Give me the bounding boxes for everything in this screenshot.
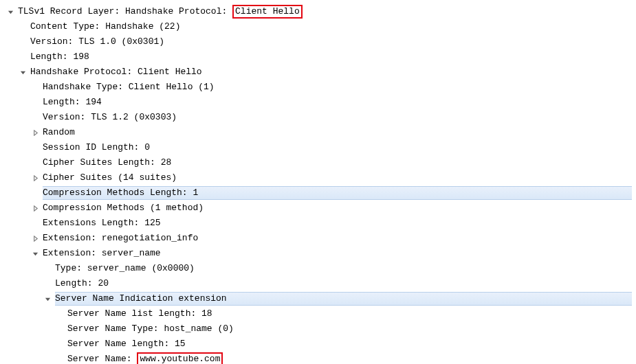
selected-row[interactable]: Compression Methods Length: 1: [43, 186, 632, 200]
highlight-box: www.youtube.com: [137, 352, 223, 364]
triangle-down-icon[interactable]: [6, 7, 15, 16]
tree-row-handshake-type[interactable]: Handshake Type: Client Hello (1): [0, 80, 636, 95]
tree-row-sni-server-name[interactable]: Server Name: www.youtube.com: [0, 352, 636, 364]
field-text: Compression Methods (1 method): [43, 201, 204, 216]
field-text: Server Name Type: host_name (0): [67, 321, 234, 337]
field-text: Session ID Length: 0: [43, 140, 150, 155]
field-text: Version: TLS 1.0 (0x0301): [30, 34, 164, 49]
field-text: Cipher Suites Length: 28: [43, 155, 171, 170]
field-text: Extensions Length: 125: [43, 216, 161, 231]
field-text: Cipher Suites (14 suites): [43, 170, 177, 185]
tree-row-compression-methods[interactable]: Compression Methods (1 method): [0, 201, 636, 216]
tree-row-sni-extension[interactable]: Server Name Indication extension: [0, 291, 636, 306]
tree-row-compression-methods-length[interactable]: Compression Methods Length: 1: [0, 185, 636, 201]
field-text: Extension: server_name: [43, 246, 161, 261]
svg-marker-1: [20, 71, 25, 74]
tree-row-record-layer[interactable]: TLSv1 Record Layer: Handshake Protocol: …: [0, 4, 636, 19]
field-text: Handshake Protocol: Client Hello: [30, 65, 202, 80]
tree-row-cipher-suites-length[interactable]: Cipher Suites Length: 28: [0, 155, 636, 170]
svg-marker-7: [45, 297, 50, 301]
field-text: Length: 198: [30, 49, 89, 65]
tree-row-random[interactable]: Random: [0, 125, 636, 140]
tree-row-sni-list-length[interactable]: Server Name list length: 18: [0, 306, 636, 321]
svg-marker-3: [34, 175, 37, 180]
svg-marker-6: [32, 252, 37, 255]
tree-row-ext-type[interactable]: Type: server_name (0x0000): [0, 261, 636, 276]
triangle-down-icon[interactable]: [18, 67, 28, 77]
field-text: Content Type: Handshake (22): [30, 19, 180, 34]
tree-row-handshake-protocol[interactable]: Handshake Protocol: Client Hello: [0, 65, 636, 80]
svg-marker-4: [34, 205, 37, 210]
field-label: Server Name:: [67, 352, 137, 364]
svg-marker-0: [8, 10, 12, 14]
triangle-right-icon[interactable]: [30, 128, 40, 137]
tree-row-sni-name-length[interactable]: Server Name length: 15: [0, 337, 636, 352]
tree-row-extension-server-name[interactable]: Extension: server_name: [0, 246, 636, 261]
highlight-box: Client Hello: [232, 5, 303, 19]
triangle-down-icon[interactable]: [43, 294, 52, 304]
triangle-down-icon[interactable]: [30, 249, 40, 258]
tree-row-extensions-length[interactable]: Extensions Length: 125: [0, 216, 636, 231]
field-text: Length: 20: [55, 276, 109, 291]
field-text: Server Name list length: 18: [67, 306, 212, 321]
tree-row-version[interactable]: Version: TLS 1.0 (0x0301): [0, 34, 636, 49]
tree-row-cipher-suites[interactable]: Cipher Suites (14 suites): [0, 170, 636, 185]
tree-row-hs-length[interactable]: Length: 194: [0, 95, 636, 110]
field-text: Version: TLS 1.2 (0x0303): [43, 110, 177, 125]
field-text: Length: 194: [43, 95, 102, 110]
field-label: TLSv1 Record Layer: Handshake Protocol:: [18, 4, 232, 19]
tree-row-hs-version[interactable]: Version: TLS 1.2 (0x0303): [0, 110, 636, 125]
tree-row-extension-renegotiation-info[interactable]: Extension: renegotiation_info: [0, 231, 636, 246]
tree-row-session-id-length[interactable]: Session ID Length: 0: [0, 140, 636, 155]
field-text: Type: server_name (0x0000): [55, 261, 195, 276]
svg-marker-2: [34, 130, 37, 135]
field-text: Handshake Type: Client Hello (1): [43, 80, 215, 95]
tree-row-sni-name-type[interactable]: Server Name Type: host_name (0): [0, 321, 636, 337]
triangle-right-icon[interactable]: [30, 203, 40, 213]
triangle-right-icon[interactable]: [30, 173, 40, 183]
field-text: Extension: renegotiation_info: [43, 231, 198, 246]
field-text: Server Name length: 15: [67, 337, 186, 352]
field-text: Random: [43, 125, 75, 140]
tree-row-content-type[interactable]: Content Type: Handshake (22): [0, 19, 636, 34]
field-text: Server Name Indication extension: [55, 293, 227, 305]
svg-marker-5: [34, 236, 37, 240]
selected-row[interactable]: Server Name Indication extension: [55, 292, 632, 306]
tree-row-ext-length[interactable]: Length: 20: [0, 276, 636, 291]
field-text: Compression Methods Length: 1: [43, 187, 198, 199]
triangle-right-icon[interactable]: [30, 234, 40, 243]
tree-row-length[interactable]: Length: 198: [0, 49, 636, 65]
